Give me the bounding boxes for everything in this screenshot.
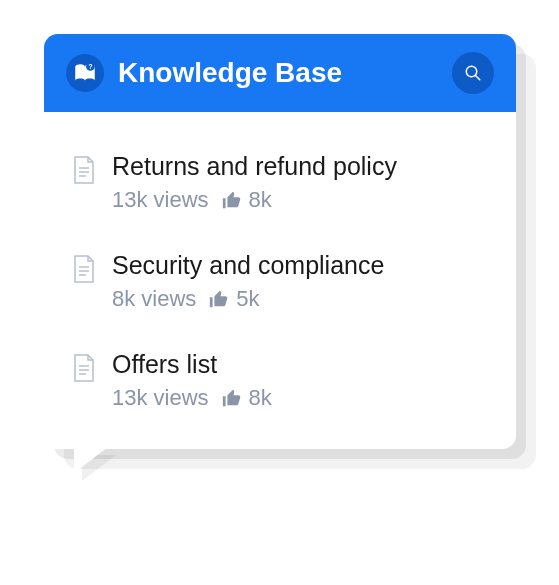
thumbs-up-icon (208, 288, 230, 310)
article-item[interactable]: Offers list 13k views 8k (72, 350, 488, 411)
article-title: Returns and refund policy (112, 152, 397, 181)
widget-title: Knowledge Base (118, 57, 438, 89)
svg-text:?: ? (88, 63, 92, 70)
document-icon (72, 156, 96, 184)
views-count: 8k views (112, 286, 196, 312)
document-icon (72, 354, 96, 382)
article-meta: 13k views 8k (112, 187, 397, 213)
thumbs-up-icon (221, 387, 243, 409)
likes-count: 5k (236, 286, 259, 312)
article-title: Offers list (112, 350, 272, 379)
views-count: 13k views (112, 385, 209, 411)
likes-count: 8k (249, 385, 272, 411)
article-meta: 8k views 5k (112, 286, 384, 312)
search-button[interactable] (452, 52, 494, 94)
search-icon (464, 64, 482, 82)
document-icon (72, 255, 96, 283)
speech-pointer (74, 447, 108, 473)
article-item[interactable]: Security and compliance 8k views 5k (72, 251, 488, 312)
views-count: 13k views (112, 187, 209, 213)
thumbs-up-icon (221, 189, 243, 211)
likes-count: 8k (249, 187, 272, 213)
article-list: Returns and refund policy 13k views 8k (44, 112, 516, 449)
article-meta: 13k views 8k (112, 385, 272, 411)
article-title: Security and compliance (112, 251, 384, 280)
article-item[interactable]: Returns and refund policy 13k views 8k (72, 152, 488, 213)
svg-line-3 (475, 75, 480, 80)
kb-logo-icon: ? (66, 54, 104, 92)
knowledge-base-widget: ? Knowledge Base (44, 34, 516, 449)
widget-header: ? Knowledge Base (44, 34, 516, 112)
